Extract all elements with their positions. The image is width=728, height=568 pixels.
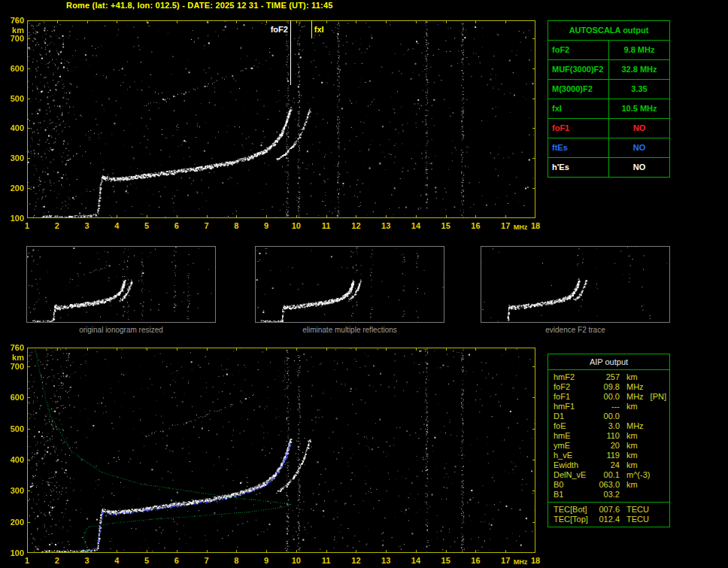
y-axis-tick-label: 700 [3,34,24,43]
aip-row: B0063.0km [554,480,666,490]
x-axis-tick-label: 4 [109,556,124,565]
aip-row: foF100.0MHz[PN] [554,392,666,402]
x-axis-tick-label: 4 [109,221,124,230]
aip-row-label: B1 [554,490,595,500]
aip-tec-unit: TECU [626,515,666,524]
x-axis-tick-label: 11 [319,221,334,230]
aip-row: hmF2257km [554,372,666,382]
x-axis-tick-label: 2 [50,221,65,230]
thumbnail-canvas-f2-trace [481,247,669,322]
x-axis-tick-label: 9 [259,556,274,565]
aip-row-label: Ewidth [554,460,595,470]
x-axis-tick-label: 10 [289,221,304,230]
title-bar: Rome (lat: +41.8, lon: 012.5) - DATE: 20… [66,1,333,10]
autoscala-row: foF1NO [548,118,669,138]
aip-tec-row: TEC[Top]012.4TECU [554,515,666,524]
x-axis-tick-label: 13 [378,556,393,565]
y-axis-tick-label: 200 [3,184,24,193]
x-axis-tick-label: 14 [408,221,423,230]
x-axis-tick-label: 16 [468,221,483,230]
aip-tec-label: TEC[Bot] [554,505,595,515]
aip-row-unit: km [626,441,666,451]
x-axis-tick-label: 15 [438,556,453,565]
aip-row-unit: km [626,451,666,460]
marker-label-foF2: foF2 [262,25,289,34]
aip-row-label: ymE [554,441,595,451]
x-axis-tick-label: 14 [408,556,423,565]
autoscala-row-value: 3.35 [609,80,669,99]
aip-row-value: 09.8 [595,382,620,392]
aip-tec-unit: TECU [626,505,666,515]
y-axis-unit-label: km [3,353,24,362]
aip-row-unit: km [626,372,666,382]
aip-output-tec-rows: TEC[Bot]007.6TECUTEC[Top]012.4TECU [548,502,669,527]
aip-row-label: h_vE [554,451,595,460]
autoscala-output-rows: foF29.8 MHzMUF(3000)F232.8 MHzM(3000)F23… [548,40,669,177]
x-axis-tick-label: 15 [438,221,453,230]
autoscala-row: MUF(3000)F232.8 MHz [548,59,669,79]
aip-row-value: 00.0 [595,412,620,421]
thumbnail-canvas-cleaned [256,247,444,322]
y-axis-tick-label: 760 [3,16,24,25]
marker-label-fxI: fxI [314,25,325,34]
autoscala-row-label: MUF(3000)F2 [548,60,609,79]
aip-row-value: 00.1 [595,470,620,480]
y-axis-tick-label: 500 [3,424,24,433]
aip-row-value: 20 [595,441,620,451]
aip-row-label: hmE [554,431,595,441]
thumbnail-canvas-original [27,247,215,322]
autoscala-row-value: 32.8 MHz [609,60,669,79]
y-axis-tick-label: 200 [3,518,24,527]
aip-row-unit: km [626,402,666,412]
x-axis-tick-label: 12 [348,221,363,230]
aip-row-unit: MHz [626,382,666,392]
ionogram-canvas-top [27,20,535,218]
aip-tec-row: TEC[Bot]007.6TECU [554,505,666,515]
aip-row-unit: MHz [626,421,666,431]
y-axis-tick-label: 300 [3,153,24,163]
x-axis-tick-label: 13 [378,221,393,230]
autoscala-row-value: NO [609,158,669,177]
aip-row: hmF1---km [554,402,666,412]
y-axis-tick-label: 760 [3,343,24,352]
autoscala-row-label: fxI [548,99,609,118]
y-axis-tick-label: 300 [3,486,24,495]
x-axis-unit-label: MHz [509,223,532,232]
x-axis-tick-label: 3 [80,556,95,565]
aip-row-unit: km [626,480,666,490]
x-axis-tick-label: 1 [20,556,35,565]
aip-row-value: --- [595,402,620,412]
aip-row: DelN_vE00.1m^(-3) [554,470,666,480]
aip-output-rows: hmF2257kmfoF209.8MHzfoF100.0MHz[PN]hmF1-… [548,370,669,502]
aip-row-unit: m^(-3) [626,470,666,480]
aip-row-label: hmF2 [554,372,595,382]
aip-row: hmE110km [554,431,666,441]
x-axis-tick-label: 5 [139,556,154,565]
autoscala-row: ftEsNO [548,138,669,157]
aip-row: Ewidth24km [554,460,666,470]
x-axis-tick-label: 12 [348,556,363,565]
thumbnail-multiple-reflections-removed [255,246,444,323]
aip-row-label: foE [554,421,595,431]
aip-row-value: 00.0 [595,392,620,402]
y-axis-tick-label: 400 [3,455,24,464]
autoscala-row: M(3000)F23.35 [548,79,669,99]
aip-row-unit: MHz [626,392,651,402]
y-axis-tick-label: 600 [3,393,24,402]
x-axis-tick-label: 11 [319,556,334,565]
ionogram-canvas-bottom [27,348,535,553]
x-axis-unit-label: MHz [509,557,532,566]
x-axis-tick-label: 7 [199,221,214,230]
aip-row-value: 03.2 [595,490,620,500]
aip-tec-value: 012.4 [595,515,620,524]
autoscala-row-value: 9.8 MHz [609,41,669,59]
aip-row-unit [626,490,666,500]
aip-row-value: 119 [595,451,620,460]
y-axis-tick-label: 700 [3,362,24,371]
y-axis-tick-label: 500 [3,94,24,103]
thumbnail-caption-f2-trace: evidence F2 trace [481,326,670,334]
autoscala-row: fxI10.5 MHz [548,99,669,118]
aip-output-table: AIP output hmF2257kmfoF209.8MHzfoF100.0M… [548,354,670,527]
aip-row: foF209.8MHz [554,382,666,392]
x-axis-tick-label: 10 [289,556,304,565]
